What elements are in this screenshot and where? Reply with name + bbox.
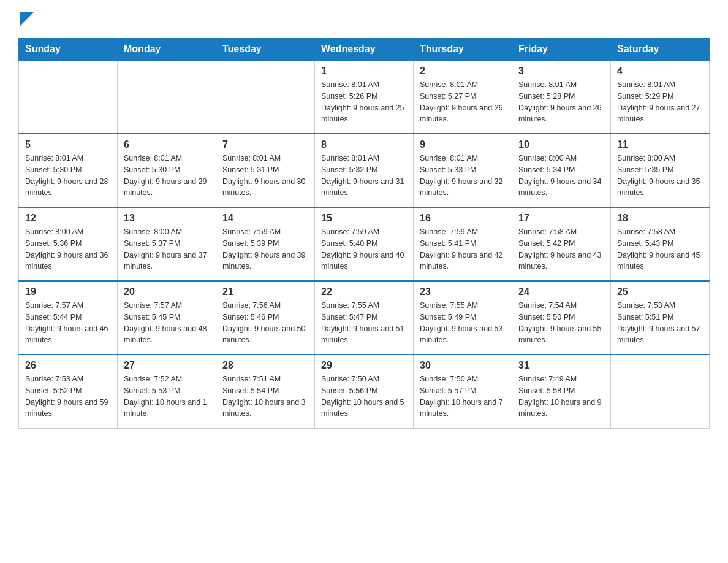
day-info: Sunrise: 8:01 AMSunset: 5:27 PMDaylight:… — [420, 79, 506, 125]
header-tuesday: Tuesday — [216, 39, 315, 61]
day-info: Sunrise: 7:50 AMSunset: 5:57 PMDaylight:… — [420, 373, 506, 419]
day-number: 30 — [420, 360, 506, 371]
calendar-cell: 5Sunrise: 8:01 AMSunset: 5:30 PMDaylight… — [19, 134, 118, 207]
calendar-cell: 26Sunrise: 7:53 AMSunset: 5:52 PMDayligh… — [19, 354, 118, 428]
day-info: Sunrise: 7:59 AMSunset: 5:41 PMDaylight:… — [420, 226, 506, 272]
calendar-cell: 13Sunrise: 8:00 AMSunset: 5:37 PMDayligh… — [118, 207, 216, 281]
calendar-cell: 19Sunrise: 7:57 AMSunset: 5:44 PMDayligh… — [19, 281, 118, 354]
day-info: Sunrise: 7:55 AMSunset: 5:49 PMDaylight:… — [420, 300, 506, 346]
header-monday: Monday — [118, 39, 216, 61]
day-info: Sunrise: 8:01 AMSunset: 5:32 PMDaylight:… — [321, 153, 407, 199]
calendar-cell: 28Sunrise: 7:51 AMSunset: 5:54 PMDayligh… — [216, 354, 315, 428]
header-thursday: Thursday — [414, 39, 512, 61]
day-number: 25 — [617, 286, 703, 297]
day-number: 31 — [518, 360, 604, 371]
calendar-cell: 20Sunrise: 7:57 AMSunset: 5:45 PMDayligh… — [118, 281, 216, 354]
day-number: 29 — [321, 360, 407, 371]
calendar-cell: 10Sunrise: 8:00 AMSunset: 5:34 PMDayligh… — [512, 134, 611, 207]
calendar-cell: 17Sunrise: 7:58 AMSunset: 5:42 PMDayligh… — [512, 207, 611, 281]
day-info: Sunrise: 7:53 AMSunset: 5:51 PMDaylight:… — [617, 300, 703, 346]
day-info: Sunrise: 8:01 AMSunset: 5:33 PMDaylight:… — [420, 153, 506, 199]
calendar-cell — [611, 354, 710, 428]
day-info: Sunrise: 7:59 AMSunset: 5:40 PMDaylight:… — [321, 226, 407, 272]
day-number: 21 — [222, 286, 308, 297]
day-number: 13 — [124, 213, 210, 224]
day-info: Sunrise: 8:01 AMSunset: 5:28 PMDaylight:… — [518, 79, 604, 125]
day-info: Sunrise: 7:57 AMSunset: 5:45 PMDaylight:… — [124, 300, 210, 346]
calendar-cell — [118, 60, 216, 134]
day-number: 4 — [617, 66, 703, 77]
calendar-week-row: 26Sunrise: 7:53 AMSunset: 5:52 PMDayligh… — [19, 354, 710, 428]
day-number: 16 — [420, 213, 506, 224]
day-number: 1 — [321, 66, 407, 77]
calendar-cell: 6Sunrise: 8:01 AMSunset: 5:30 PMDaylight… — [118, 134, 216, 207]
day-number: 14 — [222, 213, 308, 224]
calendar-cell: 4Sunrise: 8:01 AMSunset: 5:29 PMDaylight… — [611, 60, 710, 134]
calendar-cell: 21Sunrise: 7:56 AMSunset: 5:46 PMDayligh… — [216, 281, 315, 354]
calendar-cell: 31Sunrise: 7:49 AMSunset: 5:58 PMDayligh… — [512, 354, 611, 428]
calendar-week-row: 12Sunrise: 8:00 AMSunset: 5:36 PMDayligh… — [19, 207, 710, 281]
day-info: Sunrise: 7:54 AMSunset: 5:50 PMDaylight:… — [518, 300, 604, 346]
calendar-week-row: 5Sunrise: 8:01 AMSunset: 5:30 PMDaylight… — [19, 134, 710, 207]
day-number: 11 — [617, 139, 703, 150]
calendar-cell: 25Sunrise: 7:53 AMSunset: 5:51 PMDayligh… — [611, 281, 710, 354]
calendar-cell: 1Sunrise: 8:01 AMSunset: 5:26 PMDaylight… — [315, 60, 414, 134]
day-number: 26 — [25, 360, 111, 371]
calendar-cell: 11Sunrise: 8:00 AMSunset: 5:35 PMDayligh… — [611, 134, 710, 207]
day-info: Sunrise: 7:57 AMSunset: 5:44 PMDaylight:… — [25, 300, 111, 346]
calendar-cell: 7Sunrise: 8:01 AMSunset: 5:31 PMDaylight… — [216, 134, 315, 207]
day-number: 12 — [25, 213, 111, 224]
day-number: 24 — [518, 286, 604, 297]
day-info: Sunrise: 7:49 AMSunset: 5:58 PMDaylight:… — [518, 373, 604, 419]
day-number: 6 — [124, 139, 210, 150]
day-number: 10 — [518, 139, 604, 150]
day-number: 22 — [321, 286, 407, 297]
day-info: Sunrise: 8:00 AMSunset: 5:34 PMDaylight:… — [518, 153, 604, 199]
day-info: Sunrise: 7:58 AMSunset: 5:43 PMDaylight:… — [617, 226, 703, 272]
day-number: 20 — [124, 286, 210, 297]
calendar-cell: 23Sunrise: 7:55 AMSunset: 5:49 PMDayligh… — [414, 281, 512, 354]
day-info: Sunrise: 7:50 AMSunset: 5:56 PMDaylight:… — [321, 373, 407, 419]
day-info: Sunrise: 8:00 AMSunset: 5:37 PMDaylight:… — [124, 226, 210, 272]
header-wednesday: Wednesday — [315, 39, 414, 61]
calendar-cell: 24Sunrise: 7:54 AMSunset: 5:50 PMDayligh… — [512, 281, 611, 354]
calendar-cell: 2Sunrise: 8:01 AMSunset: 5:27 PMDaylight… — [414, 60, 512, 134]
day-number: 28 — [222, 360, 308, 371]
calendar-cell — [216, 60, 315, 134]
day-info: Sunrise: 7:58 AMSunset: 5:42 PMDaylight:… — [518, 226, 604, 272]
calendar-cell: 9Sunrise: 8:01 AMSunset: 5:33 PMDaylight… — [414, 134, 512, 207]
day-number: 18 — [617, 213, 703, 224]
day-number: 19 — [25, 286, 111, 297]
svg-marker-0 — [20, 12, 34, 26]
day-number: 27 — [124, 360, 210, 371]
header-friday: Friday — [512, 39, 611, 61]
day-number: 7 — [222, 139, 308, 150]
day-info: Sunrise: 7:56 AMSunset: 5:46 PMDaylight:… — [222, 300, 308, 346]
calendar-cell: 12Sunrise: 8:00 AMSunset: 5:36 PMDayligh… — [19, 207, 118, 281]
calendar-cell: 14Sunrise: 7:59 AMSunset: 5:39 PMDayligh… — [216, 207, 315, 281]
calendar-table: Sunday Monday Tuesday Wednesday Thursday… — [18, 38, 710, 429]
day-info: Sunrise: 8:01 AMSunset: 5:31 PMDaylight:… — [222, 153, 308, 199]
calendar-header-row: Sunday Monday Tuesday Wednesday Thursday… — [19, 39, 710, 61]
page-header — [18, 12, 710, 26]
day-info: Sunrise: 7:52 AMSunset: 5:53 PMDaylight:… — [124, 373, 210, 419]
calendar-cell: 22Sunrise: 7:55 AMSunset: 5:47 PMDayligh… — [315, 281, 414, 354]
day-number: 5 — [25, 139, 111, 150]
day-info: Sunrise: 7:53 AMSunset: 5:52 PMDaylight:… — [25, 373, 111, 419]
day-info: Sunrise: 7:51 AMSunset: 5:54 PMDaylight:… — [222, 373, 308, 419]
calendar-cell: 29Sunrise: 7:50 AMSunset: 5:56 PMDayligh… — [315, 354, 414, 428]
calendar-cell: 8Sunrise: 8:01 AMSunset: 5:32 PMDaylight… — [315, 134, 414, 207]
day-info: Sunrise: 8:01 AMSunset: 5:29 PMDaylight:… — [617, 79, 703, 125]
calendar-cell: 3Sunrise: 8:01 AMSunset: 5:28 PMDaylight… — [512, 60, 611, 134]
day-number: 8 — [321, 139, 407, 150]
day-number: 23 — [420, 286, 506, 297]
header-sunday: Sunday — [19, 39, 118, 61]
day-info: Sunrise: 8:01 AMSunset: 5:30 PMDaylight:… — [124, 153, 210, 199]
calendar-cell: 27Sunrise: 7:52 AMSunset: 5:53 PMDayligh… — [118, 354, 216, 428]
day-number: 3 — [518, 66, 604, 77]
day-info: Sunrise: 7:55 AMSunset: 5:47 PMDaylight:… — [321, 300, 407, 346]
day-number: 2 — [420, 66, 506, 77]
day-info: Sunrise: 8:00 AMSunset: 5:36 PMDaylight:… — [25, 226, 111, 272]
day-number: 17 — [518, 213, 604, 224]
calendar-cell: 16Sunrise: 7:59 AMSunset: 5:41 PMDayligh… — [414, 207, 512, 281]
